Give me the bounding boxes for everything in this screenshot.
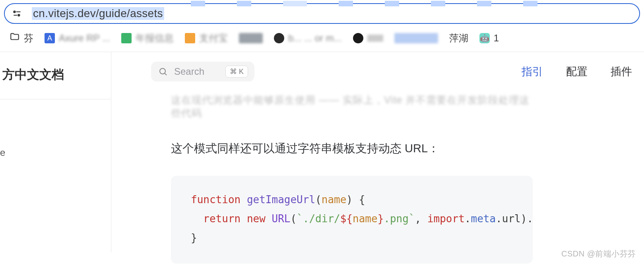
code-token: . [496, 213, 502, 225]
favicon-icon [394, 33, 438, 43]
code-token: function [191, 194, 241, 206]
search-shortcut: ⌘ K [225, 66, 248, 78]
bookmark-item[interactable] [394, 33, 438, 43]
search-icon [158, 67, 168, 76]
favicon-icon [274, 33, 284, 43]
paragraph: 这个模式同样还可以通过字符串模板支持动态 URL： [171, 139, 533, 158]
blurred-text: 这在现代浏览器中能够原生使用 —— 实际上，Vite 并不需要在开发阶段处理这些… [171, 93, 533, 120]
site-title: 方中文文档 [0, 66, 111, 83]
code-token: URL [272, 213, 291, 225]
favicon-icon [121, 33, 132, 43]
code-token: url [502, 213, 521, 225]
bookmark-item[interactable] [353, 33, 383, 43]
bookmark-label: 萍湖 [449, 32, 468, 45]
svg-point-0 [14, 11, 15, 13]
folder-icon [10, 32, 20, 45]
bookmark-label: 1 [494, 33, 499, 44]
nav-config[interactable]: 配置 [566, 64, 588, 79]
bookmark-item[interactable]: 萍湖 [449, 32, 468, 45]
nav-plugins[interactable]: 插件 [611, 64, 632, 79]
bookmark-item[interactable] [239, 33, 263, 43]
favicon-icon [239, 33, 263, 43]
svg-line-6 [165, 74, 167, 76]
nav-guide[interactable]: 指引 [522, 64, 543, 79]
bookmark-label: b... ... or m... [288, 33, 342, 44]
sidebar-item[interactable]: e [0, 147, 111, 158]
bookmark-item[interactable]: 🤖 1 [479, 33, 499, 44]
bookmark-item[interactable]: 年报信息 [121, 32, 174, 45]
favicon-icon: A [45, 33, 55, 43]
svg-point-5 [160, 68, 165, 74]
code-token: ) [346, 194, 353, 206]
top-nav: 指引 配置 插件 [522, 64, 632, 79]
code-token: ( [315, 194, 322, 206]
code-token: ) [521, 213, 527, 225]
code-token: } [378, 213, 384, 225]
code-token: name [322, 194, 347, 206]
code-token: .png` [384, 213, 415, 225]
topbar: Search ⌘ K 指引 配置 插件 [111, 52, 644, 89]
code-token: , [415, 213, 421, 225]
code-token: . [465, 213, 471, 225]
code-token: getImageUrl [247, 194, 315, 206]
bookmark-item[interactable]: b... ... or m... [274, 33, 342, 44]
code-token: meta [471, 213, 496, 225]
favicon-icon [185, 33, 195, 43]
bookmarks-bar: 芬 A Axure RP ... 年报信息 支付宝 b... ... or m.… [4, 24, 640, 52]
bookmark-label: 芬 [24, 32, 33, 45]
code-token: import [427, 213, 465, 225]
bookmark-label: Axure RP ... [59, 33, 110, 44]
url-text[interactable]: cn.vitejs.dev/guide/assets [32, 7, 164, 20]
search-placeholder: Search [174, 66, 219, 77]
bookmark-item[interactable]: 支付宝 [185, 32, 228, 45]
bookmark-folder[interactable]: 芬 [10, 32, 33, 45]
code-token: . [527, 213, 533, 225]
code-token: ${ [340, 213, 353, 225]
bookmark-label [367, 35, 383, 42]
code-token: new [247, 213, 266, 225]
svg-point-2 [18, 14, 19, 16]
sidebar: 方中文文档 e [0, 52, 111, 252]
search-input[interactable]: Search ⌘ K [151, 62, 254, 82]
code-token: return [203, 213, 241, 225]
bookmark-label: 支付宝 [199, 32, 228, 45]
bookmark-label: 年报信息 [136, 32, 174, 45]
watermark: CSDN @前端小芬芬 [561, 248, 636, 259]
code-token: { [359, 194, 365, 206]
site-controls-icon[interactable] [12, 8, 22, 19]
code-token: ( [290, 213, 297, 225]
favicon-icon [353, 33, 363, 43]
robot-icon: 🤖 [479, 33, 490, 43]
tab-handles [191, 1, 537, 6]
code-token: `./dir/ [297, 213, 340, 225]
code-token: name [353, 213, 378, 225]
main-content: 这在现代浏览器中能够原生使用 —— 实际上，Vite 并不需要在开发阶段处理这些… [111, 89, 533, 264]
code-token: } [191, 232, 197, 244]
bookmark-item[interactable]: A Axure RP ... [45, 33, 110, 44]
code-block[interactable]: function getImageUrl(name) { return new … [171, 176, 533, 263]
